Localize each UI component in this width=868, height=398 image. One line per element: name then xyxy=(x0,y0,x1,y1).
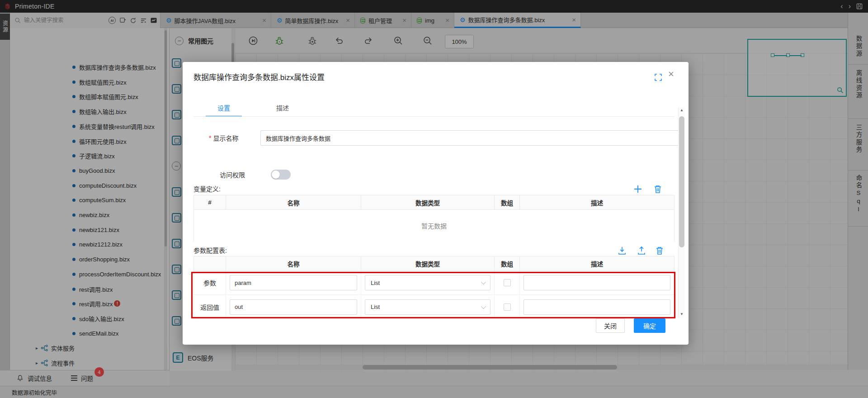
scroll-down-icon[interactable]: ▼ xyxy=(679,311,685,317)
variables-table: #名称数据类型数组描述 暂无数据 xyxy=(193,195,675,241)
param-name-cell xyxy=(226,295,361,319)
param-type-value: List xyxy=(371,303,380,310)
param-row-label: 参数 xyxy=(203,278,216,287)
param-desc-cell xyxy=(520,295,674,319)
empty-data-text: 暂无数据 xyxy=(194,210,674,241)
import-params-icon[interactable] xyxy=(617,246,627,256)
column-header: 名称 xyxy=(226,256,361,270)
params-section-title: 参数配置表: xyxy=(193,247,227,254)
param-desc-cell xyxy=(520,271,674,294)
param-row-label-cell: 返回值 xyxy=(194,295,226,319)
params-table-body: 参数List返回值List xyxy=(194,271,674,319)
params-table: 名称数据类型数组描述 参数List返回值List xyxy=(193,256,675,318)
display-name-row: * 显示名称 xyxy=(193,130,675,146)
column-header xyxy=(194,256,226,270)
dialog-footer: 关闭 确定 xyxy=(193,318,675,333)
param-row-label-cell: 参数 xyxy=(194,271,226,294)
delete-params-icon[interactable] xyxy=(655,246,665,256)
variables-section-title: 变量定义: xyxy=(193,185,221,193)
dialog-title: 数据库操作查询多条数据.bizx属性设置 xyxy=(193,71,325,82)
delete-variable-icon[interactable] xyxy=(653,184,663,194)
param-type-cell: List xyxy=(361,271,495,294)
required-asterisk: * xyxy=(209,134,211,142)
chevron-down-icon xyxy=(481,280,486,284)
column-header: 数据类型 xyxy=(361,256,495,270)
access-row: 访问权限 xyxy=(193,167,675,182)
tab-divider xyxy=(193,116,675,117)
column-header: 名称 xyxy=(226,195,361,209)
chevron-down-icon xyxy=(481,303,486,308)
param-row-2: 返回值List xyxy=(194,295,674,319)
param-name-cell xyxy=(226,271,361,294)
toggle-knob xyxy=(272,171,280,179)
dialog-scrollbar[interactable]: ▲ ▼ xyxy=(678,107,684,317)
param-name-input[interactable] xyxy=(230,299,357,315)
param-desc-input[interactable] xyxy=(524,275,670,290)
param-desc-input[interactable] xyxy=(524,299,670,315)
variables-section-header: 变量定义: xyxy=(193,184,675,196)
param-array-cell xyxy=(495,295,520,319)
application-window: Primeton-IDE ‹ › 资源 AI xyxy=(0,0,868,398)
column-header: 数组 xyxy=(495,256,520,270)
param-array-checkbox[interactable] xyxy=(504,279,511,286)
param-type-value: List xyxy=(371,280,380,286)
column-header: 数组 xyxy=(495,195,520,209)
param-name-input[interactable] xyxy=(230,275,357,290)
param-type-select[interactable]: List xyxy=(365,275,491,290)
column-header: 描述 xyxy=(520,256,674,270)
display-name-input[interactable] xyxy=(260,130,684,146)
params-table-header: 名称数据类型数组描述 xyxy=(194,256,674,271)
ok-button[interactable]: 确定 xyxy=(634,318,665,333)
column-header: 描述 xyxy=(520,195,674,209)
close-icon[interactable]: × xyxy=(668,69,674,79)
export-params-icon[interactable] xyxy=(637,246,646,256)
dialog-tab-1[interactable]: 设置 xyxy=(206,100,242,117)
variables-table-header: #名称数据类型数组描述 xyxy=(194,195,674,210)
param-type-select[interactable]: List xyxy=(365,299,491,315)
param-array-cell xyxy=(495,271,520,294)
dialog-tab-bar: 设置描述 xyxy=(193,100,301,117)
scroll-up-icon[interactable]: ▲ xyxy=(679,107,685,114)
param-array-checkbox[interactable] xyxy=(504,303,511,311)
column-header: 数据类型 xyxy=(361,195,495,209)
dialog-tab-2[interactable]: 描述 xyxy=(264,100,301,117)
access-label: 访问权限 xyxy=(220,170,245,179)
access-toggle[interactable] xyxy=(271,170,291,180)
param-row-label: 返回值 xyxy=(200,303,219,312)
fullscreen-icon[interactable] xyxy=(655,74,662,81)
dialog-scrollbar-thumb[interactable] xyxy=(679,116,684,247)
close-button[interactable]: 关闭 xyxy=(596,318,625,333)
properties-dialog: 数据库操作查询多条数据.bizx属性设置 × 设置描述 * 显示名称 访问权限 … xyxy=(183,62,689,345)
column-header: # xyxy=(194,195,226,209)
add-variable-icon[interactable] xyxy=(633,184,643,194)
param-row-1: 参数List xyxy=(194,271,674,295)
param-type-cell: List xyxy=(361,295,495,319)
display-name-label: 显示名称 xyxy=(213,133,238,142)
